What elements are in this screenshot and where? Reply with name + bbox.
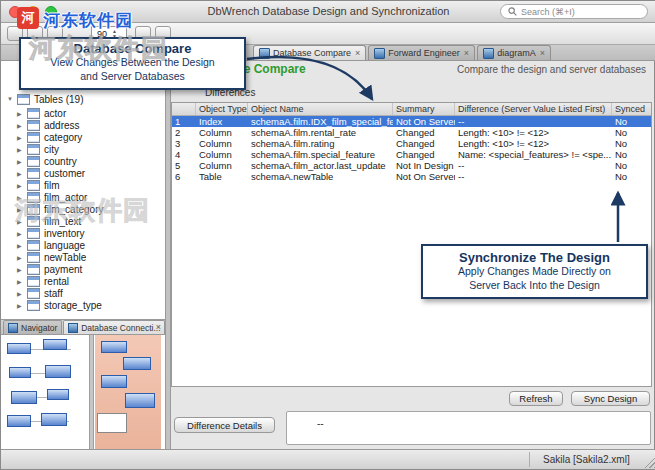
expand-arrow-icon[interactable]: ▶ [17,254,27,261]
expand-arrow-icon[interactable]: ▶ [17,230,27,237]
thumbnail-splitter[interactable] [89,335,94,451]
diff-cell: 6 [172,171,196,182]
table-icon [27,252,40,263]
tab-forward-engineer[interactable]: Forward Engineer× [368,45,475,60]
tree-item-category[interactable]: ▶category [1,131,165,143]
tree-item-payment[interactable]: ▶payment [1,263,165,275]
tree-item-country[interactable]: ▶country [1,155,165,167]
tree-item-staff[interactable]: ▶staff [1,287,165,299]
difference-details-button[interactable]: Difference Details [174,417,275,433]
diagram-thumbnail-box [11,391,37,404]
diagram-thumbnail-box [45,365,71,378]
tree-item-label: customer [44,168,85,179]
diff-cell: 3 [172,138,196,149]
overview-thumbnail[interactable] [95,335,161,451]
app-window: DbWrench Database Design and Synchroniza… [0,0,655,470]
diff-row-4[interactable]: 4ColumnschemaA.film.special_featureChang… [172,149,651,160]
expand-arrow-icon[interactable]: ▶ [17,110,27,117]
table-icon [27,144,40,155]
expand-arrow-icon[interactable]: ▶ [17,242,27,249]
nav-tab-database-connecti-[interactable]: Database Connecti... [63,320,165,334]
collapse-arrow-icon[interactable]: ▼ [7,96,17,102]
tree-item-label: rental [44,276,69,287]
diff-cell: -- [455,160,612,171]
tree-item-label: film [44,180,60,191]
diagram-thumbnail-box [41,413,67,426]
tree-root-tables[interactable]: ▼ Tables (19) [3,93,83,105]
tree-item-inventory[interactable]: ▶inventory [1,227,165,239]
resize-grip[interactable] [642,455,655,468]
diff-cell: Column [196,160,248,171]
tree-item-rental[interactable]: ▶rental [1,275,165,287]
expand-arrow-icon[interactable]: ▶ [17,266,27,273]
tab-diagrama[interactable]: diagramA× [477,45,551,60]
expand-arrow-icon[interactable]: ▶ [17,182,27,189]
search-input[interactable]: Search (⌘+I) [500,4,648,19]
diff-row-6[interactable]: 6TableschemaA.newTableNot On Server--No [172,171,651,182]
tab-close-icon[interactable]: × [464,49,469,58]
callout-title: Synchronize The Design [423,250,646,265]
sync-design-button[interactable]: Sync Design [571,391,650,406]
diagram-thumbnail-box [43,339,67,350]
col-header-object-name[interactable]: Object Name [248,103,393,115]
diff-cell: Not On Server [393,171,455,182]
col-header-num[interactable] [172,103,196,115]
diff-row-2[interactable]: 2ColumnschemaA.film.rental_rateChangedLe… [172,127,651,138]
tab-database-compare[interactable]: Database Compare× [253,45,366,60]
tab-icon [8,323,18,333]
diff-cell: Column [196,149,248,160]
expand-arrow-icon[interactable]: ▶ [17,302,27,309]
tab-close-icon[interactable]: × [540,49,545,58]
difference-details-panel: -- [286,411,651,445]
tree-item-label: staff [44,288,63,299]
table-icon [27,120,40,131]
tab-icon [259,48,270,59]
diff-row-5[interactable]: 5ColumnschemaA.film_actor.last_updateNot… [172,160,651,171]
col-header-synced[interactable]: Synced [612,103,652,115]
tab-icon [68,323,78,333]
navigator-thumbnail[interactable] [1,335,165,451]
callout-text: Apply Changes Made Directly on [423,265,646,279]
col-header-summary[interactable]: Summary [393,103,455,115]
tree-item-label: actor [44,108,66,119]
expand-arrow-icon[interactable]: ▶ [17,122,27,129]
status-bar: Sakila [Sakila2.xml] [1,449,655,469]
tree-item-film[interactable]: ▶film [1,179,165,191]
expand-arrow-icon[interactable]: ▶ [17,134,27,141]
tree-item-language[interactable]: ▶language [1,239,165,251]
tab-icon [374,48,385,59]
refresh-button[interactable]: Refresh [509,391,563,406]
diff-cell: schemaA.newTable [248,171,393,182]
expand-arrow-icon[interactable]: ▶ [17,278,27,285]
diff-row-3[interactable]: 3ColumnschemaA.film.ratingChangedLength:… [172,138,651,149]
expand-arrow-icon[interactable]: ▶ [17,290,27,297]
expand-arrow-icon[interactable]: ▶ [17,146,27,153]
col-header-difference[interactable]: Difference (Server Value Listed First) [455,103,612,115]
diagram-thumbnail-box [7,415,31,427]
expand-arrow-icon[interactable]: ▶ [17,158,27,165]
tree-item-newTable[interactable]: ▶newTable [1,251,165,263]
table-icon [27,156,40,167]
table-icon [27,288,40,299]
diff-cell: -- [455,171,612,182]
tree-item-storage_type[interactable]: ▶storage_type [1,299,165,311]
tree-item-customer[interactable]: ▶customer [1,167,165,179]
tree-item-city[interactable]: ▶city [1,143,165,155]
tab-close-icon[interactable]: × [355,49,360,58]
diff-cell: Name: <special_features> != <spe... [455,149,612,160]
diff-cell: No [612,149,652,160]
tree-item-label: country [44,156,77,167]
diff-cell: schemaA.film_actor.last_update [248,160,393,171]
tree-item-label: city [44,144,59,155]
table-header-row: Object Type Object Name Summary Differen… [172,103,651,116]
diff-cell: No [612,171,652,182]
nav-tab-navigator[interactable]: Navigator [3,320,62,334]
tree-item-address[interactable]: ▶address [1,119,165,131]
col-header-object-type[interactable]: Object Type [196,103,248,115]
tree-item-label: language [44,240,85,251]
panel-close-icon[interactable]: × [156,322,161,332]
diff-row-1[interactable]: 1IndexschemaA.film.IDX_film_special_feat… [172,116,651,127]
expand-arrow-icon[interactable]: ▶ [17,170,27,177]
diagram-thumbnail-box [7,343,31,354]
tree-item-actor[interactable]: ▶actor [1,107,165,119]
